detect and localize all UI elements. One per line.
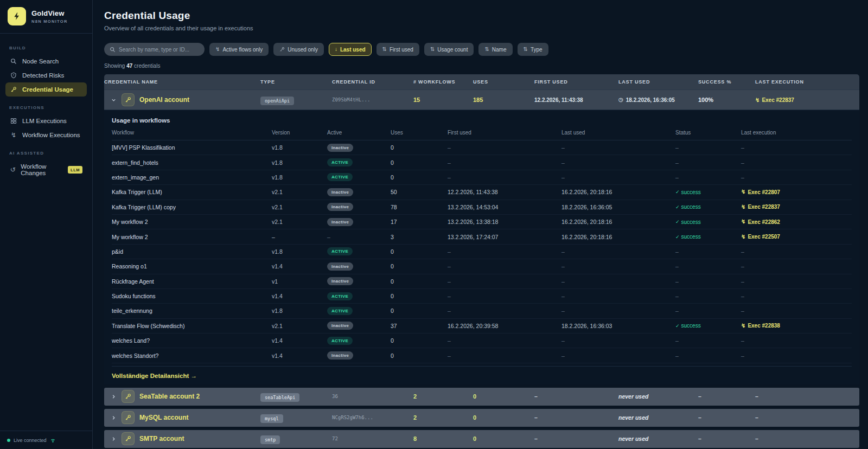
sidebar-item-label: Workflow Changes	[21, 163, 63, 176]
sidebar-item-llm-executions[interactable]: LLM Executions	[5, 114, 87, 128]
active-status-badge: Inactive	[327, 322, 353, 330]
workflow-first-used: –	[448, 174, 561, 181]
execution-link[interactable]: ↯–	[741, 248, 852, 255]
success-rate: 100%	[698, 97, 755, 103]
sidebar-item-detected-risks[interactable]: Detected Risks	[5, 68, 87, 82]
sort-button[interactable]: ⇅ Name	[478, 43, 512, 56]
execution-link[interactable]: ↯–	[741, 352, 852, 359]
execution-link[interactable]: ↯–	[741, 144, 852, 151]
active-status-badge: Inactive	[327, 188, 353, 196]
workflow-row: welches Standort? v1.4 Inactive 0 – – ✓–…	[112, 348, 852, 363]
chevron-right-icon[interactable]	[111, 436, 117, 442]
active-status-badge: ACTIVE	[327, 337, 353, 345]
chevron-right-icon[interactable]	[111, 394, 117, 400]
chevron-right-icon[interactable]	[111, 415, 117, 421]
execution-status: ✓success	[675, 204, 741, 210]
workflow-last-used: –	[561, 307, 675, 314]
check-icon: ✓	[675, 204, 680, 210]
sort-button[interactable]: ↓ Last used	[329, 43, 372, 56]
full-detail-link[interactable]: Vollständige Detailansicht →	[112, 366, 852, 379]
execution-status: ✓–	[675, 352, 741, 359]
column-header: LAST USED	[618, 79, 698, 85]
credential-id: NCgRS2gW7h6...	[332, 415, 413, 420]
workflow-row: My workflow 2 v2.1 Inactive 17 13.2.2026…	[112, 215, 852, 229]
workflow-version: v1.4	[272, 293, 327, 299]
sidebar-item-workflow-changes[interactable]: ↺ Workflow Changes LLM	[5, 159, 87, 180]
credential-row[interactable]: SMTP account smtp 72 8 0 – never used – …	[104, 430, 859, 448]
search-box[interactable]	[104, 43, 205, 56]
workflow-uses: 17	[391, 219, 448, 225]
workflow-uses: 3	[391, 234, 448, 240]
sidebar-item-node-search[interactable]: Node Search	[5, 54, 87, 68]
active-status-badge: –	[327, 234, 330, 240]
execution-link[interactable]: ↯–	[741, 159, 852, 166]
logo-bolt-icon	[8, 7, 26, 25]
sort-button-group: ↓ Last used ⇅ First used ⇅ Usage count ⇅…	[329, 43, 548, 56]
nav-section-executions: EXECUTIONS	[9, 105, 83, 110]
active-status-badge: Inactive	[327, 277, 353, 285]
execution-link[interactable]: ↯–	[741, 174, 852, 181]
sort-button[interactable]: ⇅ First used	[376, 43, 419, 56]
workflow-version: v1.8	[272, 248, 327, 255]
workflow-row: [MVV] PSP Klassifikation v1.8 Inactive 0…	[112, 140, 852, 155]
credential-row-expanded[interactable]: OpenAI account openAiApi Z09SbM4tHL... 1…	[104, 89, 859, 110]
sidebar-item-credential-usage[interactable]: Credential Usage	[5, 82, 87, 97]
execution-link[interactable]: ↯Exec #22862	[741, 219, 852, 225]
last-execution: –	[755, 414, 859, 421]
uses-count: 0	[473, 393, 534, 400]
workflow-last-used: 18.2.2026, 16:36:03	[561, 323, 675, 329]
first-used: –	[534, 435, 618, 442]
key-icon	[122, 390, 135, 403]
search-input[interactable]	[119, 47, 199, 53]
execution-link[interactable]: ↯Exec #22807	[741, 189, 852, 195]
execution-link[interactable]: ↯–	[741, 278, 852, 285]
chevron-down-icon[interactable]	[111, 97, 117, 103]
execution-link[interactable]: ↯Exec #22837	[741, 204, 852, 210]
llm-badge: LLM	[68, 166, 82, 174]
last-execution: –	[755, 435, 859, 442]
column-header: Version	[272, 130, 327, 136]
execution-link[interactable]: ↯–	[741, 263, 852, 270]
last-execution-link[interactable]: ↯ Exec #22837	[755, 97, 859, 103]
execution-link[interactable]: ↯–	[741, 307, 852, 314]
workflow-uses: 37	[391, 323, 448, 329]
column-header: Last used	[561, 130, 675, 136]
column-header: LAST EXECUTION	[755, 79, 859, 85]
workflow-row: Kafka Trigger (LLM) v2.1 Inactive 50 12.…	[112, 185, 852, 200]
key-icon	[279, 47, 285, 52]
sidebar-nav: BUILD Node Search Detected Risks Credent…	[0, 34, 92, 183]
filter-active-flows-button[interactable]: ↯ Active flows only	[209, 43, 269, 56]
workflow-version: v1.4	[272, 263, 327, 270]
workflow-last-used: –	[561, 144, 675, 151]
bolt-icon: ↯	[741, 323, 745, 329]
workflow-first-used: –	[448, 307, 561, 314]
execution-link[interactable]: ↯–	[741, 337, 852, 344]
key-icon	[10, 86, 17, 93]
sort-button[interactable]: ⇅ Type	[518, 43, 548, 56]
sort-button[interactable]: ⇅ Usage count	[424, 43, 474, 56]
usage-panel: Usage in workflows WorkflowVersionActive…	[104, 110, 859, 384]
workflow-name: teile_erkennung	[112, 307, 272, 314]
active-status-badge: Inactive	[327, 203, 353, 211]
sidebar-item-workflow-executions[interactable]: ↯ Workflow Executions	[5, 128, 87, 142]
execution-link[interactable]: ↯–	[741, 293, 852, 299]
filter-unused-only-button[interactable]: Unused only	[273, 43, 324, 56]
workflow-name: p&id	[112, 248, 272, 255]
bolt-icon: ↯	[10, 132, 17, 138]
active-status-badge: ACTIVE	[327, 247, 353, 255]
bolt-icon: ↯	[755, 97, 760, 103]
sort-label: First used	[390, 47, 413, 53]
signal-icon	[50, 437, 56, 443]
workflow-first-used: 12.2.2026, 11:43:38	[448, 189, 561, 195]
execution-link[interactable]: ↯Exec #22838	[741, 323, 852, 329]
workflow-version: v2.1	[272, 189, 327, 195]
execution-link[interactable]: ↯Exec #22507	[741, 234, 852, 240]
credential-row[interactable]: SeaTable account 2 seaTableApi 36 2 0 – …	[104, 388, 859, 406]
workflow-name: welches Land?	[112, 337, 272, 344]
column-header: Last execution	[741, 130, 852, 136]
credential-name: SeaTable account 2	[139, 393, 200, 400]
execution-status: ✓–	[675, 307, 741, 314]
credential-row[interactable]: MySQL account mysql NCgRS2gW7h6... 2 0 –…	[104, 409, 859, 427]
workflow-name: Kafka Trigger (LLM)	[112, 189, 272, 195]
sort-label: Last used	[340, 47, 366, 53]
